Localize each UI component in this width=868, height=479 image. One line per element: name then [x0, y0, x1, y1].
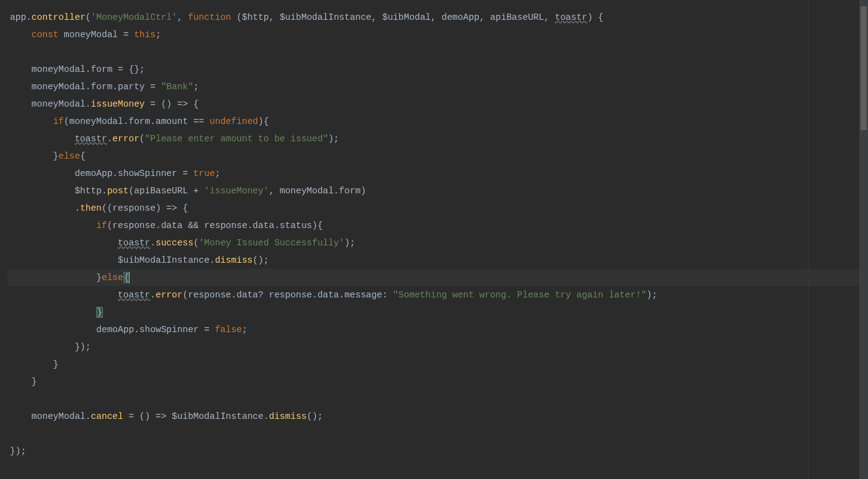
- code-token: ;: [193, 82, 199, 92]
- code-token: $uibModal: [382, 12, 430, 22]
- code-token: ();: [307, 411, 323, 421]
- code-line[interactable]: [7, 425, 868, 442]
- code-token: demoApp.: [10, 325, 140, 335]
- code-token: (: [86, 12, 91, 22]
- code-token: $uibModalInstance: [280, 12, 371, 22]
- code-token: "Bank": [161, 82, 193, 92]
- code-token: showSpinner: [118, 169, 177, 178]
- vertical-scrollbar[interactable]: [859, 0, 868, 479]
- code-line[interactable]: const moneyModal = this;: [7, 26, 868, 43]
- code-token: [10, 30, 32, 40]
- code-token: .: [339, 290, 345, 300]
- code-token: ): [361, 186, 366, 196]
- code-token: amount: [156, 116, 188, 126]
- code-token: .: [112, 82, 118, 92]
- code-token: form: [128, 116, 150, 126]
- scrollbar-thumb[interactable]: [861, 6, 867, 130]
- right-margin-guide: [808, 0, 808, 479]
- code-area[interactable]: app.controller('MoneyModalCtrl', functio…: [7, 0, 868, 479]
- code-line[interactable]: }: [7, 304, 868, 321]
- code-line[interactable]: moneyModal.issueMoney = () => {: [7, 95, 868, 113]
- code-line[interactable]: });: [7, 338, 868, 356]
- code-token: error: [156, 290, 183, 300]
- code-token: [10, 238, 118, 248]
- gutter: [0, 0, 7, 479]
- code-token: ){: [312, 221, 322, 231]
- code-token: , moneyModal.: [269, 186, 339, 196]
- code-line[interactable]: demoApp.showSpinner = false;: [7, 321, 868, 338]
- code-line[interactable]: if(response.data && response.data.status…: [7, 217, 868, 234]
- code-token: [10, 134, 74, 144]
- code-token: ,: [177, 12, 188, 22]
- code-line[interactable]: }: [7, 356, 868, 373]
- code-line[interactable]: toastr.error(response.data? response.dat…: [7, 286, 868, 304]
- code-token: showSpinner: [140, 325, 199, 335]
- code-token: =: [145, 82, 161, 92]
- code-token: ;: [156, 30, 161, 40]
- code-token: (: [140, 134, 145, 144]
- code-token: );: [647, 290, 657, 300]
- code-line[interactable]: });: [7, 442, 868, 460]
- code-token: post: [107, 186, 129, 196]
- code-token: ();: [253, 255, 269, 265]
- code-line[interactable]: moneyModal.form.party = "Bank";: [7, 78, 868, 95]
- code-line[interactable]: $http.post(apiBaseURL + 'issueMoney', mo…: [7, 182, 868, 200]
- code-token: ==: [188, 116, 210, 126]
- code-token: if: [96, 221, 107, 231]
- code-token: }: [10, 359, 58, 369]
- code-token: "Something went wrong. Please try again …: [393, 290, 647, 300]
- code-token: dismiss: [215, 255, 253, 265]
- code-token: }: [10, 273, 102, 283]
- code-token: ,: [479, 12, 490, 22]
- code-token: ? response.: [258, 290, 317, 300]
- code-token: .: [150, 116, 156, 126]
- code-line[interactable]: }else{: [7, 147, 868, 165]
- code-token: toastr: [118, 290, 150, 300]
- code-token: toastr: [74, 134, 107, 144]
- code-token: =: [177, 169, 193, 178]
- code-line[interactable]: demoApp.showSpinner = true;: [7, 165, 868, 182]
- code-token: ,: [544, 12, 555, 22]
- code-line[interactable]: app.controller('MoneyModalCtrl', functio…: [7, 9, 868, 26]
- code-line[interactable]: }: [7, 373, 868, 390]
- code-token: moneyModal.: [10, 82, 91, 92]
- code-token: (: [193, 238, 199, 248]
- code-line[interactable]: $uibModalInstance.dismiss();: [7, 252, 868, 269]
- code-token: ) => {: [156, 203, 188, 213]
- code-token: message: [345, 290, 383, 300]
- code-line[interactable]: .then((response) => {: [7, 200, 868, 217]
- code-token: toastr: [555, 12, 587, 22]
- code-token: ;: [242, 325, 247, 335]
- code-token: = () => $uibModalInstance.: [123, 411, 269, 421]
- code-line[interactable]: [7, 43, 868, 61]
- code-token: error: [112, 134, 140, 144]
- code-token: demoApp: [441, 12, 479, 22]
- code-token: [10, 307, 96, 317]
- text-caret: [129, 272, 130, 283]
- code-token: moneyModal.: [10, 64, 91, 74]
- code-token: 'issueMoney': [204, 186, 268, 196]
- code-token: =: [199, 325, 215, 335]
- code-token: ,: [431, 12, 441, 22]
- code-token: ){: [258, 116, 268, 126]
- code-token: (: [231, 12, 242, 22]
- code-token: issueMoney: [91, 99, 145, 109]
- code-token: function: [188, 12, 231, 22]
- code-editor: app.controller('MoneyModalCtrl', functio…: [0, 0, 868, 479]
- code-token: ,: [269, 12, 280, 22]
- code-token: .: [26, 12, 32, 22]
- code-line[interactable]: if(moneyModal.form.amount == undefined){: [7, 113, 868, 130]
- code-token: && response.: [182, 221, 252, 231]
- code-token: .: [10, 203, 80, 213]
- code-token: success: [156, 238, 193, 248]
- code-token: ) {: [587, 12, 603, 22]
- code-line[interactable]: toastr.success('Money Issued Successfull…: [7, 234, 868, 252]
- code-token: if: [53, 116, 64, 126]
- code-line[interactable]: toastr.error("Please enter amount to be …: [7, 130, 868, 147]
- code-line[interactable]: }else{: [7, 269, 868, 286]
- code-token: moneyModal =: [58, 30, 134, 40]
- code-line[interactable]: [7, 390, 868, 408]
- code-line[interactable]: moneyModal.cancel = () => $uibModalInsta…: [7, 408, 868, 425]
- code-line[interactable]: moneyModal.form = {};: [7, 61, 868, 78]
- code-token: form: [91, 64, 113, 74]
